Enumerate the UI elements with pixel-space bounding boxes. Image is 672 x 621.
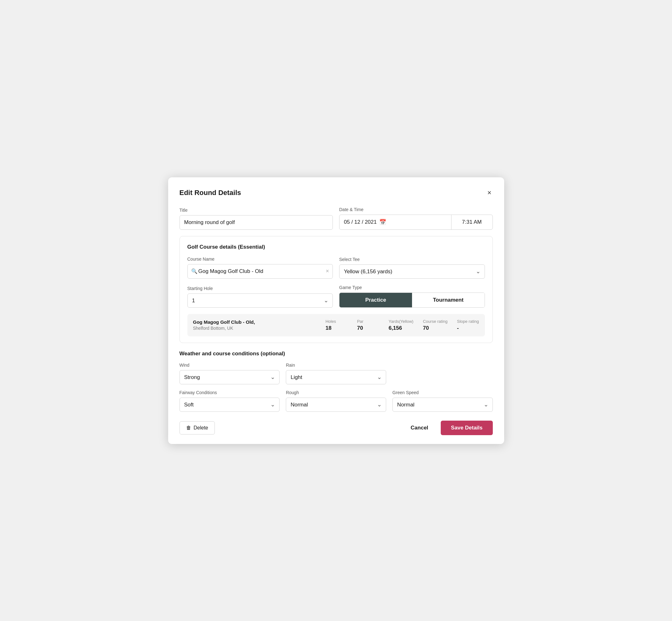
yards-value: 6,156 bbox=[389, 325, 402, 331]
wind-group: Wind NoneLightNormalStrong ⌄ bbox=[179, 363, 280, 384]
close-button[interactable]: × bbox=[486, 188, 493, 198]
delete-button[interactable]: 🗑 Delete bbox=[179, 421, 215, 434]
yards-label: Yards(Yellow) bbox=[389, 319, 414, 324]
time-value: 7:31 AM bbox=[462, 219, 481, 225]
fairway-wrapper: HardNormalSoftWet ⌄ bbox=[179, 398, 280, 412]
fairway-dropdown[interactable]: HardNormalSoftWet bbox=[179, 398, 280, 412]
modal-header: Edit Round Details × bbox=[179, 188, 493, 198]
starting-hole-wrapper: 1234 5678 910 ⌄ bbox=[187, 293, 333, 308]
rain-group: Rain NoneLightNormalHeavy ⌄ bbox=[286, 363, 386, 384]
practice-button[interactable]: Practice bbox=[339, 293, 412, 307]
green-speed-dropdown[interactable]: SlowNormalFast bbox=[392, 398, 493, 412]
weather-section-title: Weather and course conditions (optional) bbox=[179, 350, 493, 357]
select-tee-dropdown[interactable]: Yellow (6,156 yards) White (6,500 yards)… bbox=[339, 264, 485, 279]
course-tee-row: Course Name 🔍 × Select Tee Yellow (6,156… bbox=[187, 256, 485, 279]
course-location: Shelford Bottom, UK bbox=[193, 326, 326, 331]
game-type-label: Game Type bbox=[339, 285, 485, 290]
course-info-card: Gog Magog Golf Club - Old, Shelford Bott… bbox=[187, 314, 485, 336]
time-part[interactable]: 7:31 AM bbox=[452, 215, 493, 230]
wind-rain-row: Wind NoneLightNormalStrong ⌄ Rain NoneLi… bbox=[179, 363, 493, 384]
course-rating-stat: Course rating 70 bbox=[423, 319, 447, 331]
course-name-input[interactable] bbox=[187, 264, 333, 279]
golf-section-title: Golf Course details (Essential) bbox=[187, 244, 485, 250]
game-type-toggle: Practice Tournament bbox=[339, 292, 485, 308]
golf-course-section: Golf Course details (Essential) Course N… bbox=[179, 236, 493, 343]
search-icon: 🔍 bbox=[191, 268, 198, 274]
yards-stat: Yards(Yellow) 6,156 bbox=[389, 319, 414, 331]
holes-value: 18 bbox=[326, 325, 332, 331]
rain-label: Rain bbox=[286, 363, 386, 368]
date-part[interactable]: 05 / 12 / 2021 📅 bbox=[339, 215, 452, 230]
edit-round-modal: Edit Round Details × Title Date & Time 0… bbox=[168, 177, 504, 444]
rain-dropdown[interactable]: NoneLightNormalHeavy bbox=[286, 370, 386, 384]
title-group: Title bbox=[179, 208, 333, 230]
datetime-group: Date & Time 05 / 12 / 2021 📅 7:31 AM bbox=[339, 207, 493, 230]
course-name-group: Course Name 🔍 × bbox=[187, 256, 333, 279]
rough-group: Rough ShortNormalLong ⌄ bbox=[286, 390, 386, 412]
trash-icon: 🗑 bbox=[186, 425, 191, 431]
title-label: Title bbox=[179, 208, 333, 213]
slope-rating-value: - bbox=[457, 325, 459, 331]
footer-right: Cancel Save Details bbox=[406, 421, 493, 435]
datetime-label: Date & Time bbox=[339, 207, 493, 212]
starting-hole-label: Starting Hole bbox=[187, 286, 333, 291]
fairway-group: Fairway Conditions HardNormalSoftWet ⌄ bbox=[179, 390, 280, 412]
rough-dropdown[interactable]: ShortNormalLong bbox=[286, 398, 386, 412]
weather-section: Weather and course conditions (optional)… bbox=[179, 350, 493, 412]
wind-wrapper: NoneLightNormalStrong ⌄ bbox=[179, 370, 280, 384]
save-button[interactable]: Save Details bbox=[441, 421, 493, 435]
delete-label: Delete bbox=[194, 425, 208, 431]
course-info-name: Gog Magog Golf Club - Old, Shelford Bott… bbox=[193, 319, 326, 331]
course-name-wrapper: 🔍 × bbox=[187, 264, 333, 279]
wind-label: Wind bbox=[179, 363, 280, 368]
modal-title: Edit Round Details bbox=[179, 189, 241, 197]
slope-rating-stat: Slope rating - bbox=[457, 319, 479, 331]
course-stats: Holes 18 Par 70 Yards(Yellow) 6,156 Cour… bbox=[326, 319, 479, 331]
course-rating-value: 70 bbox=[423, 325, 429, 331]
wind-dropdown[interactable]: NoneLightNormalStrong bbox=[179, 370, 280, 384]
date-time-group: 05 / 12 / 2021 📅 7:31 AM bbox=[339, 215, 493, 230]
course-full-name: Gog Magog Golf Club - Old, bbox=[193, 319, 326, 325]
fairway-label: Fairway Conditions bbox=[179, 390, 280, 395]
cancel-button[interactable]: Cancel bbox=[406, 422, 433, 434]
select-tee-wrapper: Yellow (6,156 yards) White (6,500 yards)… bbox=[339, 264, 485, 279]
holes-label: Holes bbox=[326, 319, 336, 324]
select-tee-group: Select Tee Yellow (6,156 yards) White (6… bbox=[339, 257, 485, 279]
par-value: 70 bbox=[357, 325, 363, 331]
course-rating-label: Course rating bbox=[423, 319, 447, 324]
green-speed-group: Green Speed SlowNormalFast ⌄ bbox=[392, 390, 493, 412]
green-speed-label: Green Speed bbox=[392, 390, 493, 395]
starting-hole-dropdown[interactable]: 1234 5678 910 bbox=[187, 293, 333, 308]
par-stat: Par 70 bbox=[357, 319, 379, 331]
slope-rating-label: Slope rating bbox=[457, 319, 479, 324]
calendar-icon: 📅 bbox=[379, 219, 386, 225]
rough-label: Rough bbox=[286, 390, 386, 395]
rough-wrapper: ShortNormalLong ⌄ bbox=[286, 398, 386, 412]
game-type-group: Game Type Practice Tournament bbox=[339, 285, 485, 308]
rain-wrapper: NoneLightNormalHeavy ⌄ bbox=[286, 370, 386, 384]
title-input[interactable] bbox=[179, 215, 333, 230]
par-label: Par bbox=[357, 319, 364, 324]
footer-row: 🗑 Delete Cancel Save Details bbox=[179, 417, 493, 435]
title-date-row: Title Date & Time 05 / 12 / 2021 📅 7:31 … bbox=[179, 207, 493, 230]
green-speed-wrapper: SlowNormalFast ⌄ bbox=[392, 398, 493, 412]
close-icon: × bbox=[488, 189, 492, 197]
clear-icon[interactable]: × bbox=[326, 268, 329, 275]
starting-hole-group: Starting Hole 1234 5678 910 ⌄ bbox=[187, 286, 333, 308]
fairway-rough-green-row: Fairway Conditions HardNormalSoftWet ⌄ R… bbox=[179, 390, 493, 412]
course-name-label: Course Name bbox=[187, 256, 333, 261]
tournament-button[interactable]: Tournament bbox=[412, 293, 485, 307]
select-tee-label: Select Tee bbox=[339, 257, 485, 262]
hole-gametype-row: Starting Hole 1234 5678 910 ⌄ Game Type … bbox=[187, 285, 485, 308]
holes-stat: Holes 18 bbox=[326, 319, 348, 331]
date-value: 05 / 12 / 2021 bbox=[344, 219, 377, 225]
